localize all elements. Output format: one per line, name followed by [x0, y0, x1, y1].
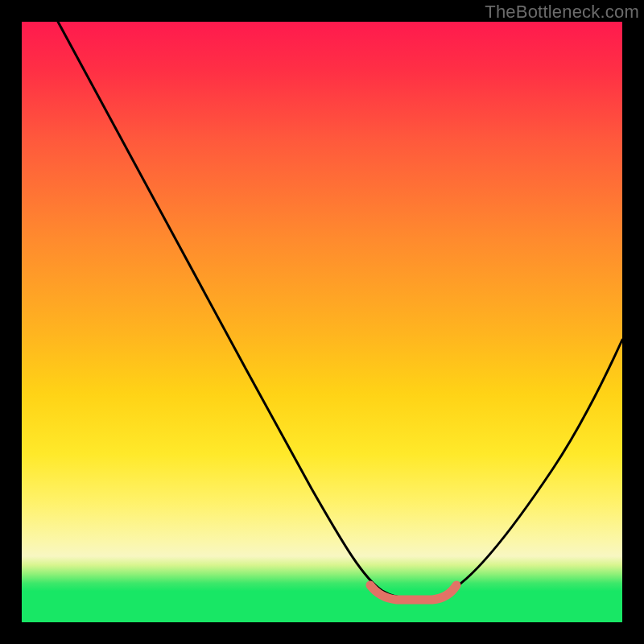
- curve-svg: [22, 22, 622, 622]
- plot-area: [22, 22, 622, 622]
- optimal-range-marker: [370, 585, 456, 600]
- bottleneck-curve: [58, 22, 622, 599]
- chart-container: TheBottleneck.com: [0, 0, 644, 644]
- watermark-text: TheBottleneck.com: [485, 2, 639, 23]
